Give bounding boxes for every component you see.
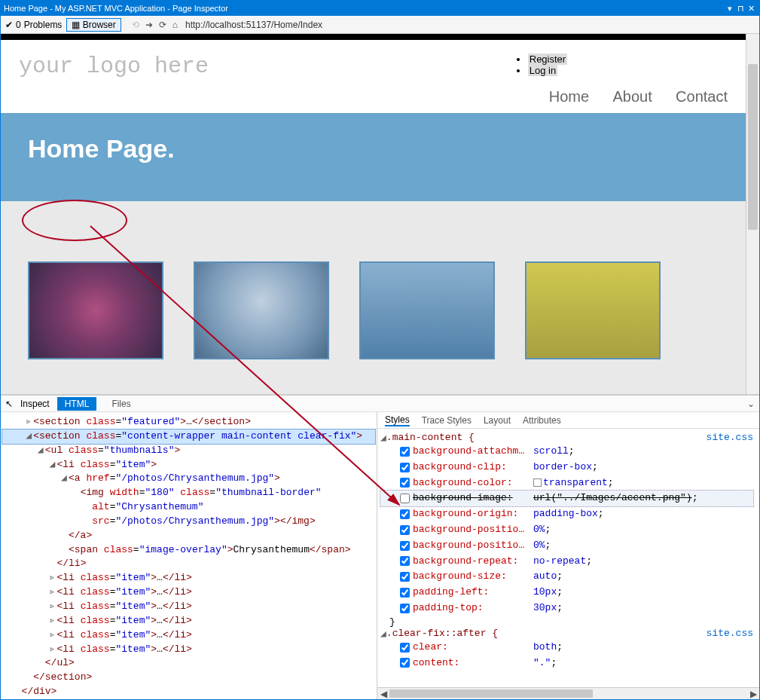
- css-property-row[interactable]: background-attachm… scroll;: [380, 444, 753, 460]
- chevron-down-icon[interactable]: ⌄: [747, 399, 755, 409]
- css-property-toggle[interactable]: [400, 604, 410, 613]
- nav-home[interactable]: Home: [549, 88, 589, 105]
- html-tree-pane[interactable]: ▹<section class="featured">…</section> ◢…: [1, 412, 377, 699]
- home-icon[interactable]: ⌂: [172, 20, 178, 30]
- browser-preview: your logo here Register Log in Home Abou…: [1, 34, 759, 394]
- css-property-toggle[interactable]: [400, 509, 410, 519]
- html-tree-line[interactable]: ◢<li class="item">: [2, 458, 375, 472]
- browser-button[interactable]: ▦ Browser: [66, 18, 121, 32]
- css-property-toggle[interactable]: [400, 463, 410, 472]
- browser-icon: ▦: [72, 20, 80, 30]
- close-icon[interactable]: ✕: [746, 4, 756, 14]
- html-tree-line[interactable]: ◢<section class="content-wrapper main-co…: [2, 429, 375, 444]
- css-property-row[interactable]: background-color: transparent;: [380, 475, 753, 491]
- inspector-panel: ↖ Inspect HTML Files ⌄ ▹<section class="…: [1, 394, 759, 699]
- css-property-toggle[interactable]: [400, 572, 410, 582]
- html-tree-line[interactable]: </section>: [2, 671, 375, 685]
- html-tree-line[interactable]: alt="Chrysanthemum": [2, 500, 375, 515]
- html-tree-line[interactable]: src="/photos/Chrysanthemum.jpg"></img>: [2, 515, 375, 529]
- css-property-row[interactable]: content: ".";: [380, 656, 753, 671]
- logo-placeholder: your logo here: [19, 53, 209, 79]
- dropdown-icon[interactable]: ▾: [725, 4, 735, 14]
- css-property-row[interactable]: background-positio… 0%;: [380, 538, 753, 554]
- html-tree-line[interactable]: </div>: [2, 685, 375, 699]
- css-property-toggle[interactable]: [400, 658, 410, 668]
- styles-horizontal-scrollbar[interactable]: ◀▶: [377, 687, 759, 699]
- check-icon: ✔: [5, 20, 13, 30]
- css-property-row[interactable]: padding-top: 30px;: [380, 601, 753, 616]
- html-tree-line[interactable]: ▹<li class="item">…</li>: [2, 643, 375, 657]
- problems-indicator[interactable]: ✔ 0 Problems: [5, 20, 62, 30]
- tab-files[interactable]: Files: [104, 397, 138, 411]
- inspect-label[interactable]: Inspect: [20, 399, 50, 409]
- browser-vertical-scrollbar[interactable]: [746, 34, 759, 394]
- css-property-toggle[interactable]: [400, 556, 410, 566]
- css-property-toggle[interactable]: [400, 478, 410, 488]
- html-tree-line[interactable]: ▹<li class="item">…</li>: [2, 571, 375, 585]
- tab-attributes[interactable]: Attributes: [523, 415, 561, 426]
- forward-icon[interactable]: ➜: [145, 20, 153, 30]
- html-tree-line[interactable]: </ul>: [2, 656, 375, 671]
- thumbnail-chrysanthemum[interactable]: [28, 261, 163, 359]
- css-rule-close: }: [380, 616, 753, 628]
- thumbnail-penguins[interactable]: [359, 261, 495, 359]
- html-tree-line[interactable]: ▹<li class="item">…</li>: [2, 614, 375, 628]
- login-link[interactable]: Log in: [528, 65, 557, 76]
- register-link[interactable]: Register: [528, 53, 567, 65]
- css-property-toggle[interactable]: [400, 541, 410, 551]
- html-tree-line[interactable]: <img width="180" class="thumbnail-border…: [2, 486, 375, 500]
- css-property-toggle[interactable]: [400, 588, 410, 598]
- css-rule-selector[interactable]: ◢ .main-content {site.css: [380, 432, 753, 444]
- css-property-row[interactable]: background-positio… 0%;: [380, 522, 753, 538]
- tab-trace-styles[interactable]: Trace Styles: [422, 415, 472, 426]
- nav-contact[interactable]: Contact: [676, 88, 728, 105]
- html-tree-line[interactable]: ◢<a href="/photos/Chrysanthemum.jpg">: [2, 472, 375, 486]
- window-title: Home Page - My ASP.NET MVC Application -…: [4, 4, 228, 13]
- url-bar[interactable]: http://localhost:51137/Home/Index: [182, 20, 755, 30]
- page-inspector-window: Home Page - My ASP.NET MVC Application -…: [0, 0, 760, 700]
- html-tree-line[interactable]: </li>: [2, 557, 375, 571]
- css-property-row[interactable]: background-size: auto;: [380, 569, 753, 585]
- styles-pane: Styles Trace Styles Layout Attributes ◢ …: [377, 412, 759, 699]
- nav-about[interactable]: About: [612, 88, 652, 105]
- toolbar: ✔ 0 Problems ▦ Browser ⟲ ➜ ⟳ ⌂ http://lo…: [1, 16, 759, 34]
- css-property-row[interactable]: background-repeat: no-repeat;: [380, 554, 753, 570]
- css-property-row[interactable]: clear: both;: [380, 640, 753, 656]
- page-topbar: [1, 34, 746, 40]
- css-property-row[interactable]: padding-left: 10px;: [380, 585, 753, 601]
- tab-styles[interactable]: Styles: [385, 414, 410, 426]
- main-content-section: [1, 201, 746, 394]
- inspect-cursor-icon[interactable]: ↖: [5, 399, 13, 409]
- thumbnail-koala[interactable]: [194, 261, 329, 359]
- css-property-toggle[interactable]: [400, 643, 410, 653]
- css-rule-selector[interactable]: ◢ .clear-fix::after {site.css: [380, 628, 753, 640]
- html-tree-line[interactable]: </a>: [2, 529, 375, 543]
- pin-icon[interactable]: ⊓: [735, 4, 746, 14]
- refresh-icon[interactable]: ⟳: [159, 20, 166, 30]
- html-tree-line[interactable]: ◢<ul class="thumbnails">: [2, 444, 375, 458]
- css-property-toggle[interactable]: [400, 494, 410, 503]
- tab-html[interactable]: HTML: [57, 397, 97, 411]
- css-property-row[interactable]: background-clip: border-box;: [380, 460, 753, 475]
- css-property-row[interactable]: background-image: url("../Images/accent.…: [380, 491, 753, 506]
- css-property-toggle[interactable]: [400, 525, 410, 535]
- back-icon[interactable]: ⟲: [132, 20, 139, 30]
- html-tree-line[interactable]: ▹<li class="item">…</li>: [2, 600, 375, 614]
- css-property-toggle[interactable]: [400, 447, 410, 457]
- tab-layout[interactable]: Layout: [484, 415, 511, 426]
- account-links: Register Log in: [528, 53, 682, 76]
- html-tree-line[interactable]: ▹<li class="item">…</li>: [2, 628, 375, 643]
- page-title: Home Page.: [28, 134, 719, 164]
- css-property-row[interactable]: background-origin: padding-box;: [380, 506, 753, 522]
- thumbnail-tulips[interactable]: [525, 261, 661, 359]
- html-tree-line[interactable]: ▹<li class="item">…</li>: [2, 585, 375, 600]
- html-tree-line[interactable]: <span class="image-overlay">Chrysanthemu…: [2, 543, 375, 558]
- hero-banner: Home Page.: [1, 113, 746, 201]
- html-tree-line[interactable]: ▹<section class="featured">…</section>: [2, 415, 375, 429]
- main-nav: Home About Contact: [528, 88, 728, 105]
- title-bar: Home Page - My ASP.NET MVC Application -…: [1, 1, 759, 16]
- css-rules-list[interactable]: ◢ .main-content {site.cssbackground-atta…: [377, 429, 759, 687]
